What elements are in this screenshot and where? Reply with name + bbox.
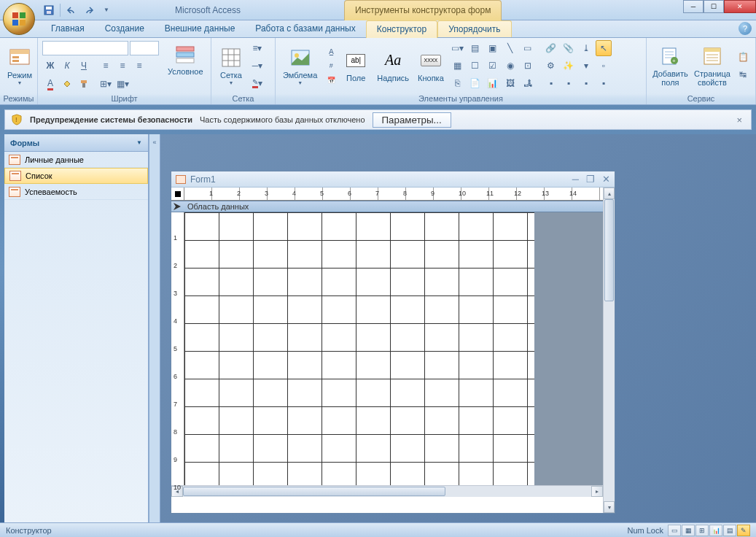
font-family-combo[interactable] bbox=[42, 41, 128, 55]
label-control-button[interactable]: Aa Надпись bbox=[374, 47, 412, 84]
line-style-button[interactable]: ─▾ bbox=[249, 58, 265, 74]
undo-button[interactable] bbox=[63, 2, 79, 18]
line-color-button[interactable]: ✎▾ bbox=[249, 75, 265, 91]
nav-item-personal-data[interactable]: Личные данные bbox=[4, 152, 148, 168]
underline-button[interactable]: Ч bbox=[76, 58, 92, 74]
form-window-titlebar[interactable]: Form1 ─ ❐ ✕ bbox=[171, 171, 615, 188]
tab-create[interactable]: Создание bbox=[95, 20, 155, 37]
title-button[interactable]: A̲ bbox=[324, 45, 338, 58]
more-control3[interactable]: ▪ bbox=[578, 75, 594, 91]
design-view-button[interactable]: ✎ bbox=[737, 525, 750, 536]
pagenum-button[interactable]: # bbox=[324, 59, 338, 72]
pivottable-view-button[interactable]: ⊞ bbox=[695, 525, 709, 536]
view-mode-button[interactable]: Режим ▼ bbox=[4, 45, 35, 87]
font-size-combo[interactable] bbox=[130, 41, 159, 55]
option-button-control[interactable]: ◉ bbox=[502, 58, 518, 74]
set-defaults[interactable]: ▾ bbox=[578, 58, 594, 74]
listbox-control[interactable]: ▤ bbox=[467, 40, 483, 56]
image-control[interactable]: 🏞 bbox=[520, 75, 536, 91]
logo-button[interactable]: Эмблема ▼ bbox=[280, 45, 320, 87]
minimize-button[interactable]: ─ bbox=[683, 0, 704, 13]
form-restore-button[interactable]: ❐ bbox=[586, 174, 595, 185]
detail-section-header[interactable]: Область данных bbox=[171, 201, 603, 212]
more-control2[interactable]: ▪ bbox=[561, 75, 577, 91]
nav-item-list[interactable]: Список bbox=[4, 168, 148, 184]
tab-external-data[interactable]: Внешние данные bbox=[155, 20, 246, 37]
qat-customize[interactable]: ▼ bbox=[98, 2, 114, 18]
page-break-control[interactable]: ⤓ bbox=[578, 40, 594, 56]
add-fields-button[interactable]: + Добавить поля bbox=[651, 43, 690, 88]
align-center-button[interactable]: ≡ bbox=[114, 58, 130, 74]
scroll-up-button[interactable]: ▴ bbox=[604, 188, 615, 199]
security-close-button[interactable]: × bbox=[733, 115, 745, 125]
chart-control[interactable]: 📊 bbox=[485, 75, 501, 91]
align-right-button[interactable]: ≡ bbox=[131, 58, 147, 74]
maximize-button[interactable]: ☐ bbox=[704, 0, 724, 13]
hscroll-thumb[interactable] bbox=[183, 487, 445, 496]
datasheet-view-button[interactable]: ▦ bbox=[682, 525, 695, 536]
form-minimize-button[interactable]: ─ bbox=[572, 174, 579, 185]
nav-header[interactable]: Формы ▼ bbox=[4, 134, 148, 152]
select-tool[interactable]: ↖ bbox=[596, 40, 612, 56]
tab-control[interactable]: ⎘ bbox=[450, 75, 466, 91]
bound-object-control[interactable]: ▦ bbox=[450, 58, 466, 74]
activex-control[interactable]: ⚙ bbox=[543, 58, 559, 74]
line-width-button[interactable]: ≡▾ bbox=[249, 40, 265, 56]
close-button[interactable]: ✕ bbox=[724, 0, 756, 13]
option-group-control[interactable]: ☐ bbox=[467, 58, 483, 74]
horizontal-scrollbar[interactable]: ◂ ▸ bbox=[171, 485, 603, 497]
alt-color-button[interactable]: ▦▾ bbox=[114, 76, 130, 92]
format-painter-button[interactable] bbox=[76, 76, 92, 92]
tab-home[interactable]: Главная bbox=[41, 20, 95, 37]
redo-button[interactable] bbox=[81, 2, 97, 18]
italic-button[interactable]: К bbox=[59, 58, 75, 74]
form-design-surface[interactable] bbox=[184, 212, 603, 485]
scroll-down-button[interactable]: ▾ bbox=[604, 501, 615, 513]
gridlines-button[interactable]: ⊞▾ bbox=[98, 76, 114, 92]
subform-control[interactable]: ▣ bbox=[485, 40, 501, 56]
layout-view-button[interactable]: ▤ bbox=[723, 525, 736, 536]
vertical-ruler[interactable]: 12345678910 bbox=[171, 212, 184, 485]
tab-order-button[interactable]: ↹ bbox=[735, 66, 751, 82]
line-control[interactable]: ╲ bbox=[502, 40, 518, 56]
form-view-button[interactable]: ▭ bbox=[668, 525, 681, 536]
property-sheet-button[interactable]: Страница свойств bbox=[693, 43, 732, 88]
attachment-control[interactable]: 📎 bbox=[561, 40, 577, 56]
combobox-control[interactable]: ▭▾ bbox=[450, 40, 466, 56]
scroll-right-button[interactable]: ▸ bbox=[591, 486, 603, 497]
hyperlink-control[interactable]: 🔗 bbox=[543, 40, 559, 56]
pivotchart-view-button[interactable]: 📊 bbox=[709, 525, 722, 536]
more-control4[interactable]: ▪ bbox=[596, 75, 612, 91]
grid-button[interactable]: Сетка ▼ bbox=[216, 45, 246, 87]
datetime-button[interactable]: 📅 bbox=[324, 74, 338, 87]
control-wizards[interactable]: ✨ bbox=[561, 58, 577, 74]
rectangle-control[interactable]: ▭ bbox=[520, 40, 536, 56]
form-close-button[interactable]: ✕ bbox=[602, 174, 610, 185]
office-button[interactable] bbox=[3, 3, 35, 35]
fill-color-button[interactable] bbox=[59, 76, 75, 92]
align-left-button[interactable]: ≡ bbox=[98, 58, 114, 74]
unbound-object-control[interactable]: 🖼 bbox=[502, 75, 518, 91]
bold-button[interactable]: Ж bbox=[42, 58, 58, 74]
select-all[interactable]: ▫ bbox=[596, 58, 612, 74]
vertical-scrollbar[interactable]: ▴ ▾ bbox=[603, 188, 615, 513]
button-control-button[interactable]: XXXX Кнопка bbox=[415, 47, 447, 84]
tab-designer[interactable]: Конструктор bbox=[366, 20, 437, 38]
page-insert-control[interactable]: 📄 bbox=[467, 75, 483, 91]
tab-arrange[interactable]: Упорядочить bbox=[437, 20, 511, 37]
toggle-button-control[interactable]: ⊡ bbox=[520, 58, 536, 74]
save-button[interactable] bbox=[41, 2, 57, 18]
horizontal-ruler[interactable]: 1234567891011121314 bbox=[171, 188, 603, 201]
nav-item-performance[interactable]: Успеваемость bbox=[4, 184, 148, 200]
vscroll-thumb[interactable] bbox=[604, 199, 614, 301]
checkbox-control[interactable]: ☑ bbox=[485, 58, 501, 74]
more-control1[interactable]: ▪ bbox=[543, 75, 559, 91]
conditional-formatting-button[interactable]: Условное bbox=[165, 41, 206, 77]
code-button[interactable]: 📋 bbox=[735, 49, 751, 65]
security-options-button[interactable]: Параметры... bbox=[373, 112, 451, 128]
font-color-button[interactable]: A bbox=[42, 76, 58, 92]
textbox-control-button[interactable]: ab| Поле bbox=[340, 47, 371, 84]
ruler-origin[interactable] bbox=[171, 188, 184, 201]
nav-collapse-button[interactable]: « bbox=[149, 134, 160, 527]
help-button[interactable]: ? bbox=[739, 22, 752, 35]
